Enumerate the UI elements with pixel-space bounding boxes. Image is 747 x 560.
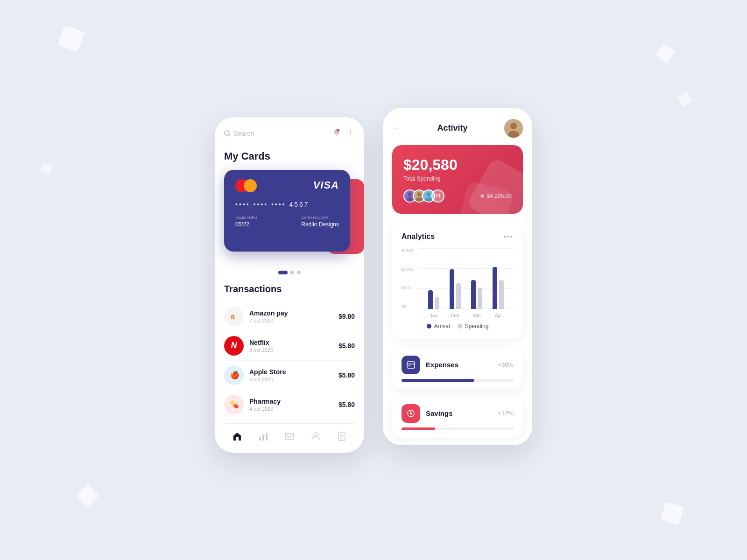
- right-phone: ← Activity $20,580 Total Spending: [383, 108, 532, 445]
- transaction-netflix[interactable]: N Netflix 5 oct 2020 $5.80: [224, 331, 355, 361]
- bar-group-jan: [428, 290, 439, 309]
- month-feb: Feb: [451, 313, 459, 318]
- bar-chart: $1500 $1000 $500 $0: [402, 248, 514, 318]
- card-number: •••• •••• •••• 4567: [235, 201, 339, 208]
- expenses-left: Expenses: [402, 356, 458, 374]
- bar-group-feb: [450, 269, 461, 309]
- nav-mail[interactable]: [284, 431, 295, 441]
- bottom-nav: [224, 423, 355, 453]
- expenses-progress-fill: [402, 379, 474, 382]
- apple-date: 5 oct 2020: [249, 377, 338, 382]
- transaction-pharmacy[interactable]: 💊 Pharmacy 4 oct 2020 $5.80: [224, 390, 355, 420]
- y-label-500: $500: [402, 286, 418, 290]
- expenses-icon-wrap: [402, 356, 420, 374]
- nav-user[interactable]: [310, 431, 321, 441]
- amazon-icon: a: [224, 307, 244, 326]
- svg-rect-10: [236, 437, 239, 441]
- spending-card: $20,580 Total Spending: [392, 145, 523, 214]
- netflix-info: Netflix 5 oct 2020: [249, 339, 338, 353]
- month-apr: Apr: [495, 313, 502, 318]
- netflix-date: 5 oct 2020: [249, 347, 338, 353]
- spending-dot: [458, 324, 462, 329]
- search-placeholder: Search: [233, 130, 254, 137]
- savings-pct: +12%: [498, 410, 514, 417]
- apr-bars: [493, 267, 504, 309]
- y-label-1000: $1000: [402, 267, 418, 272]
- amazon-date: 7 oct 2020: [249, 318, 338, 323]
- card-dot-3[interactable]: [297, 271, 301, 274]
- svg-text:🍎: 🍎: [230, 371, 239, 379]
- month-mar: Mar: [473, 313, 481, 318]
- valid-thru-label: VALID THRU: [235, 216, 257, 220]
- card-pagination: [224, 271, 355, 274]
- transactions-list: a Amazon pay 7 oct 2020 $9.80 N Netflix …: [224, 302, 355, 420]
- mastercard-logo: [235, 179, 257, 192]
- avatar-count: +1: [431, 189, 444, 203]
- my-cards-title: My Cards: [224, 150, 355, 162]
- user-avatar[interactable]: [504, 119, 523, 138]
- mar-arrival-bar: [471, 280, 476, 309]
- feb-bars: [450, 269, 461, 309]
- svg-line-1: [229, 135, 230, 136]
- valid-thru-value: 05/22: [235, 221, 257, 228]
- svg-point-5: [350, 132, 352, 133]
- card-valid-thru: VALID THRU 05/22: [235, 216, 257, 228]
- svg-point-36: [410, 413, 412, 414]
- savings-header: Savings +12%: [402, 404, 514, 423]
- apr-spending-bar: [499, 280, 504, 309]
- bell-icon[interactable]: [332, 128, 341, 139]
- badge-amount: $4,205.00: [487, 193, 512, 199]
- savings-name: Savings: [426, 409, 453, 417]
- apple-amount: $5.80: [338, 371, 355, 379]
- chart-legend: Arrival Spending: [402, 323, 514, 329]
- svg-rect-12: [262, 434, 264, 441]
- card-dot-2[interactable]: [290, 271, 294, 274]
- svg-rect-16: [338, 432, 345, 441]
- transaction-apple[interactable]: 🍎 Apple Store 5 oct 2020 $5.80: [224, 361, 355, 390]
- y-axis: $1500 $1000 $500 $0: [402, 248, 418, 309]
- phones-container: Search: [215, 117, 532, 453]
- activity-title: Activity: [437, 123, 467, 133]
- jan-spending-bar: [435, 297, 439, 309]
- apple-icon: 🍎: [224, 365, 244, 385]
- netflix-amount: $5.80: [338, 342, 355, 350]
- svg-point-3: [337, 129, 339, 132]
- analytics-section: Analytics ••• $1500 $1000 $500 $0: [392, 223, 523, 339]
- nav-home[interactable]: [232, 431, 242, 441]
- card-holder-label: CARD HOLDER: [301, 216, 339, 220]
- arrival-dot: [427, 324, 431, 329]
- month-jan: Jan: [430, 313, 437, 318]
- credit-card[interactable]: VISA •••• •••• •••• 4567 VALID THRU 05/2…: [224, 170, 350, 252]
- expenses-name: Expenses: [426, 361, 458, 369]
- svg-point-24: [408, 192, 412, 196]
- y-label-1500: $1500: [402, 248, 418, 253]
- visa-logo: VISA: [313, 179, 339, 191]
- svg-point-21: [510, 123, 517, 129]
- expenses-header: Expenses +30%: [402, 356, 514, 374]
- svg-text:💊: 💊: [230, 400, 239, 409]
- arrival-label: Arrival: [434, 323, 450, 329]
- more-options-icon[interactable]: [346, 128, 355, 139]
- nav-chart[interactable]: [258, 431, 268, 441]
- spending-badge: $4,205.00: [479, 193, 512, 199]
- jan-arrival-bar: [428, 290, 433, 309]
- card-dot-1[interactable]: [278, 271, 288, 274]
- expenses-progress-bg: [402, 379, 514, 382]
- svg-rect-13: [266, 433, 268, 441]
- nav-document[interactable]: [337, 431, 347, 441]
- svg-point-15: [314, 433, 317, 436]
- back-button[interactable]: ←: [392, 123, 401, 133]
- savings-icon-wrap: [402, 404, 420, 423]
- transaction-amazon[interactable]: a Amazon pay 7 oct 2020 $9.80: [224, 302, 355, 331]
- analytics-more-icon[interactable]: •••: [504, 233, 514, 240]
- svg-rect-11: [259, 437, 261, 441]
- savings-progress-fill: [402, 427, 435, 430]
- left-phone-header: Search: [224, 128, 355, 139]
- group-avatars: +1: [403, 189, 444, 203]
- pharmacy-info: Pharmacy 4 oct 2020: [249, 398, 338, 412]
- mar-bars: [471, 280, 482, 309]
- search-bar[interactable]: Search: [224, 130, 254, 137]
- analytics-header: Analytics •••: [402, 232, 514, 241]
- svg-point-6: [350, 134, 352, 135]
- svg-text:a: a: [231, 312, 235, 320]
